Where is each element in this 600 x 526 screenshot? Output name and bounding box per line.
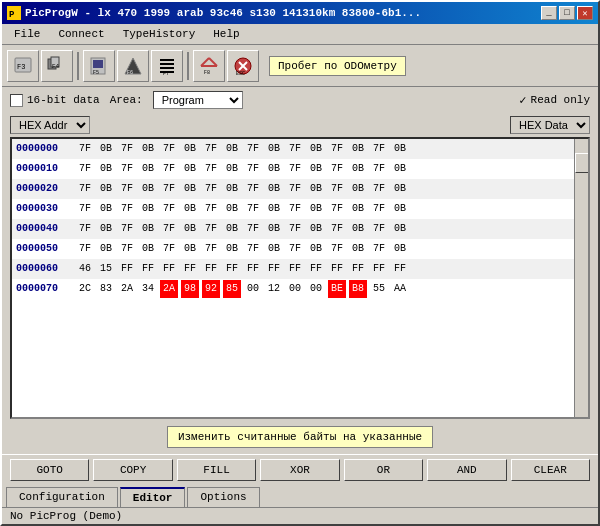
hex-byte[interactable]: 0B [391, 140, 409, 158]
toolbar-f7[interactable]: F7 [151, 50, 183, 82]
hex-byte[interactable]: 7F [202, 160, 220, 178]
hex-byte[interactable]: 0B [97, 140, 115, 158]
hex-row[interactable]: 00000407F0B7F0B7F0B7F0B7F0B7F0B7F0B7F0B [12, 219, 588, 239]
hex-byte[interactable]: 7F [202, 140, 220, 158]
hex-byte[interactable]: 7F [160, 180, 178, 198]
maximize-button[interactable]: □ [559, 6, 575, 20]
hex-row[interactable]: 00000507F0B7F0B7F0B7F0B7F0B7F0B7F0B7F0B [12, 239, 588, 259]
hex-byte[interactable]: 0B [349, 160, 367, 178]
toolbar-f6[interactable]: F6 [117, 50, 149, 82]
hex-byte[interactable]: 0B [97, 180, 115, 198]
hex-byte[interactable]: 83 [97, 280, 115, 298]
hex-byte[interactable]: 0B [97, 220, 115, 238]
hex-byte[interactable]: 7F [370, 200, 388, 218]
hex-byte[interactable]: FF [139, 260, 157, 278]
hex-byte[interactable]: 7F [328, 140, 346, 158]
hex-byte[interactable]: 0B [181, 160, 199, 178]
hex-byte[interactable]: 0B [265, 140, 283, 158]
tab-configuration[interactable]: Configuration [6, 487, 118, 507]
bottom-btn-clear[interactable]: CLEAR [511, 459, 590, 481]
tab-options[interactable]: Options [187, 487, 259, 507]
hex-byte[interactable]: 7F [202, 200, 220, 218]
hex-byte[interactable]: 0B [265, 220, 283, 238]
hex-byte[interactable]: 2A [118, 280, 136, 298]
hex-byte[interactable]: 0B [307, 140, 325, 158]
hex-byte[interactable]: 0B [391, 160, 409, 178]
hex-byte[interactable]: 0B [223, 220, 241, 238]
hex-byte[interactable]: FF [202, 260, 220, 278]
readonly-label[interactable]: ✓ Read only [519, 93, 590, 108]
hex-byte[interactable]: AA [391, 280, 409, 298]
hex-byte[interactable]: 7F [160, 240, 178, 258]
menu-typehistory[interactable]: TypeHistory [115, 26, 204, 42]
hex-byte[interactable]: FF [223, 260, 241, 278]
hex-byte[interactable]: 0B [265, 180, 283, 198]
hex-byte[interactable]: FF [307, 260, 325, 278]
hex-byte[interactable]: 0B [265, 240, 283, 258]
hex-byte[interactable]: 7F [202, 220, 220, 238]
tab-editor[interactable]: Editor [120, 487, 186, 507]
hex-byte[interactable]: 7F [76, 220, 94, 238]
bottom-btn-fill[interactable]: FILL [177, 459, 256, 481]
hex-byte[interactable]: 12 [265, 280, 283, 298]
hex-byte[interactable]: 7F [160, 140, 178, 158]
bottom-btn-xor[interactable]: XOR [260, 459, 339, 481]
scrollbar-vertical[interactable] [574, 139, 588, 417]
bit16-checkbox-label[interactable]: 16-bit data [10, 94, 100, 107]
hex-byte[interactable]: 7F [328, 240, 346, 258]
hex-byte[interactable]: 7F [370, 220, 388, 238]
bottom-btn-or[interactable]: OR [344, 459, 423, 481]
hex-byte[interactable]: 0B [307, 180, 325, 198]
hex-byte[interactable]: 7F [76, 180, 94, 198]
hex-byte[interactable]: 2C [76, 280, 94, 298]
bottom-btn-goto[interactable]: GOTO [10, 459, 89, 481]
hex-byte[interactable]: 0B [391, 200, 409, 218]
hex-byte[interactable]: 7F [118, 240, 136, 258]
hex-byte[interactable]: 0B [307, 160, 325, 178]
hex-byte[interactable]: 7F [118, 220, 136, 238]
hex-row[interactable]: 00000007F0B7F0B7F0B7F0B7F0B7F0B7F0B7F0B [12, 139, 588, 159]
hex-byte[interactable]: 7F [118, 180, 136, 198]
close-button[interactable]: ✕ [577, 6, 593, 20]
menu-help[interactable]: Help [205, 26, 247, 42]
hex-byte[interactable]: 0B [349, 180, 367, 198]
hex-byte[interactable]: 0B [349, 140, 367, 158]
hex-byte[interactable]: 0B [181, 180, 199, 198]
hex-byte[interactable]: FF [370, 260, 388, 278]
hex-byte[interactable]: 0B [139, 220, 157, 238]
hex-byte[interactable]: 7F [76, 160, 94, 178]
hex-byte[interactable]: 7F [244, 240, 262, 258]
hex-byte[interactable]: 55 [370, 280, 388, 298]
hex-byte[interactable]: 7F [76, 200, 94, 218]
bottom-btn-and[interactable]: AND [427, 459, 506, 481]
hex-byte[interactable]: 7F [286, 220, 304, 238]
menu-file[interactable]: File [6, 26, 48, 42]
hex-byte[interactable]: 00 [244, 280, 262, 298]
hex-byte[interactable]: 0B [349, 240, 367, 258]
hex-byte[interactable]: 7F [286, 180, 304, 198]
hex-byte[interactable]: FF [118, 260, 136, 278]
toolbar-esc[interactable]: ESC [227, 50, 259, 82]
hex-byte[interactable]: 7F [76, 140, 94, 158]
hex-byte[interactable]: 0B [223, 160, 241, 178]
hex-row[interactable]: 00000207F0B7F0B7F0B7F0B7F0B7F0B7F0B7F0B [12, 179, 588, 199]
hex-byte[interactable]: 7F [160, 200, 178, 218]
minimize-button[interactable]: _ [541, 6, 557, 20]
hex-byte[interactable]: 7F [286, 200, 304, 218]
hex-grid[interactable]: 00000007F0B7F0B7F0B7F0B7F0B7F0B7F0B7F0B0… [12, 139, 588, 417]
hex-byte[interactable]: 0B [181, 240, 199, 258]
hex-byte[interactable]: 7F [286, 140, 304, 158]
hex-byte[interactable]: 7F [328, 180, 346, 198]
hex-byte[interactable]: BE [328, 280, 346, 298]
hex-data-select[interactable]: HEX Data [510, 116, 590, 134]
hex-byte[interactable]: FF [391, 260, 409, 278]
hex-byte[interactable]: FF [181, 260, 199, 278]
hex-byte[interactable]: 0B [139, 140, 157, 158]
hex-byte[interactable]: 0B [223, 180, 241, 198]
hex-byte[interactable]: 7F [244, 200, 262, 218]
hex-byte[interactable]: 0B [139, 160, 157, 178]
hex-byte[interactable]: FF [286, 260, 304, 278]
hex-byte[interactable]: FF [160, 260, 178, 278]
hex-byte[interactable]: 0B [97, 200, 115, 218]
toolbar-f8[interactable]: F8 [193, 50, 225, 82]
